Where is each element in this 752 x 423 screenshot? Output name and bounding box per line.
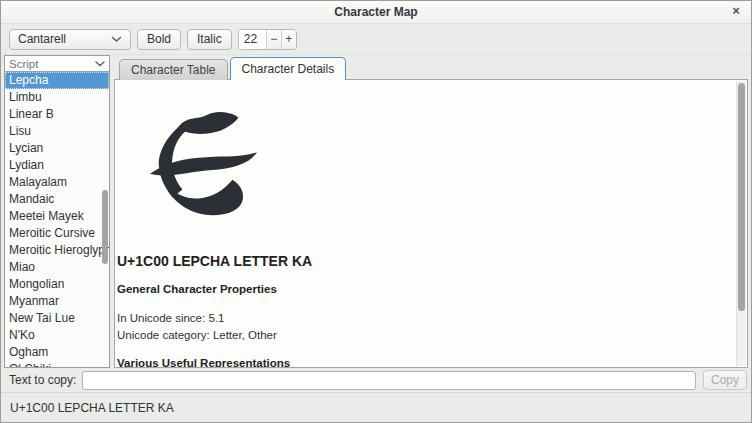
bold-button[interactable]: Bold [137,29,181,50]
script-list-item[interactable]: Mongolian [5,276,109,293]
window-title: Character Map [334,5,417,19]
script-list: LepchaLimbuLinear BLisuLycianLydianMalay… [4,72,110,368]
script-list-item[interactable]: Lycian [5,140,109,157]
section-heading-representations: Various Useful Representations [117,357,747,368]
font-family-select[interactable]: Cantarell [9,29,131,50]
script-list-item[interactable]: Linear B [5,106,109,123]
font-family-value: Cantarell [18,32,66,46]
tab-item[interactable]: Character Details [230,57,347,80]
content-area: Script LepchaLimbuLinear BLisuLycianLydi… [1,55,751,368]
font-size-input[interactable]: 22 [239,30,266,49]
notebook: Character TableCharacter Details U+1C00 … [114,55,748,368]
script-list-item[interactable]: Meetei Mayek [5,208,109,225]
character-map-window: Character Map × Cantarell Bold Italic 22… [0,0,752,423]
script-list-item[interactable]: Malayalam [5,174,109,191]
script-list-item[interactable]: Ogham [5,344,109,361]
tab-label: Character Details [242,62,335,76]
copy-bar: Text to copy: Copy [1,368,751,392]
script-list-item[interactable]: Meroitic Cursive [5,225,109,242]
section-heading-general: General Character Properties [117,283,747,295]
script-list-item[interactable]: Myanmar [5,293,109,310]
details-scrollbar-track[interactable] [736,81,746,366]
text-to-copy-label: Text to copy: [9,373,76,387]
script-list-item[interactable]: Ol Chiki [5,361,109,368]
script-selector-label: Script [9,58,38,70]
increase-size-button[interactable]: + [281,30,296,49]
tab-item[interactable]: Character Table [119,59,228,80]
chevron-down-icon [111,36,122,43]
script-list-item[interactable]: Limbu [5,89,109,106]
tab-bar: Character TableCharacter Details [114,55,748,79]
script-list-item[interactable]: Lisu [5,123,109,140]
copy-button[interactable]: Copy [703,370,747,390]
font-size-spinner: 22 − + [238,29,297,50]
sidebar-scrollbar-thumb[interactable] [102,190,108,264]
character-title: U+1C00 LEPCHA LETTER KA [117,253,747,269]
statusbar-text: U+1C00 LEPCHA LETTER KA [10,401,174,415]
script-list-item[interactable]: Miao [5,259,109,276]
script-list-item[interactable]: N'Ko [5,327,109,344]
close-icon[interactable]: × [728,3,744,19]
statusbar: U+1C00 LEPCHA LETTER KA [1,392,751,422]
script-list-item[interactable]: Lepcha [5,72,109,89]
unicode-since-line: In Unicode since: 5.1 [117,310,747,327]
tab-label: Character Table [131,63,216,77]
italic-button[interactable]: Italic [187,29,232,50]
character-glyph [149,111,259,219]
text-to-copy-input[interactable] [82,371,696,390]
unicode-category-line: Unicode category: Letter, Other [117,327,747,344]
script-list-item[interactable]: Lydian [5,157,109,174]
script-list-item[interactable]: Mandaic [5,191,109,208]
toolbar: Cantarell Bold Italic 22 − + [1,24,751,55]
decrease-size-button[interactable]: − [266,30,281,49]
script-list-item[interactable]: New Tai Lue [5,310,109,327]
script-selector[interactable]: Script [4,55,110,72]
details-scrollbar-thumb[interactable] [738,83,745,311]
sidebar: Script LepchaLimbuLinear BLisuLycianLydi… [4,55,110,368]
titlebar[interactable]: Character Map × [1,1,751,24]
script-list-item[interactable]: Meroitic Hieroglyphs [5,242,109,259]
character-details-panel: U+1C00 LEPCHA LETTER KA General Characte… [114,79,748,368]
chevron-down-icon [95,61,105,67]
